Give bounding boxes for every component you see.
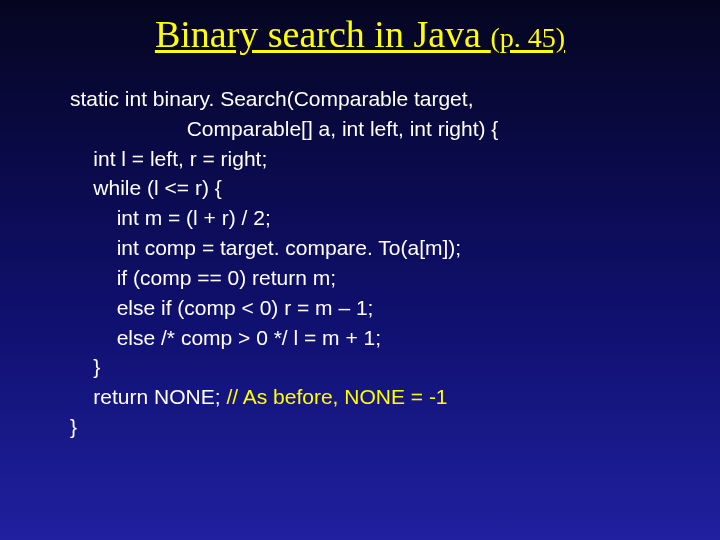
code-line: int l = left, r = right; [70, 147, 267, 170]
code-line: } [70, 415, 77, 438]
title-page-ref: (p. 45) [490, 22, 565, 53]
code-line: else if (comp < 0) r = m – 1; [70, 296, 373, 319]
code-line: if (comp == 0) return m; [70, 266, 336, 289]
code-comment: // As before, NONE = -1 [226, 385, 447, 408]
slide: Binary search in Java (p. 45) static int… [0, 0, 720, 462]
code-block: static int binary. Search(Comparable tar… [28, 84, 692, 442]
code-line: int m = (l + r) / 2; [70, 206, 271, 229]
code-line: static int binary. Search(Comparable tar… [70, 87, 473, 110]
code-line: while (l <= r) { [70, 176, 222, 199]
code-line: else /* comp > 0 */ l = m + 1; [70, 326, 381, 349]
code-line: int comp = target. compare. To(a[m]); [70, 236, 461, 259]
code-line: Comparable[] a, int left, int right) { [70, 117, 498, 140]
code-line: } [70, 355, 100, 378]
title-main: Binary search in Java [155, 13, 491, 55]
slide-title: Binary search in Java (p. 45) [28, 12, 692, 56]
code-line: return NONE; [70, 385, 226, 408]
